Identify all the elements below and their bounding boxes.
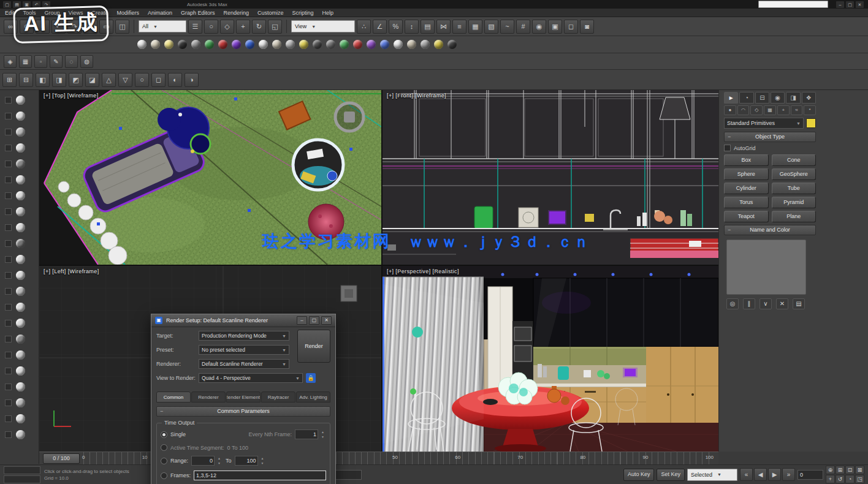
range-radio[interactable] xyxy=(161,458,167,464)
object-type-button[interactable]: Teapot xyxy=(724,211,769,222)
left-panel-item[interactable] xyxy=(0,173,39,186)
dialog-window-button[interactable]: ‒ xyxy=(297,316,307,325)
left-panel-item[interactable] xyxy=(0,268,39,282)
modify-tab[interactable]: ◔ xyxy=(739,92,753,104)
pivot-icon[interactable]: ◻ xyxy=(151,73,166,87)
new-file-icon[interactable]: ▢ xyxy=(3,1,11,8)
select-by-name-icon[interactable]: ☰ xyxy=(188,20,202,34)
hierarchy-tab[interactable]: ⊟ xyxy=(755,92,769,104)
material-sphere-icon[interactable] xyxy=(380,40,389,49)
mirror-icon[interactable]: ⋈ xyxy=(436,20,451,34)
render-production-icon[interactable]: ◙ xyxy=(580,20,594,34)
material-sphere-icon[interactable] xyxy=(394,40,403,49)
left-panel-item[interactable] xyxy=(0,316,39,330)
configure-modifier-sets-icon[interactable]: ▤ xyxy=(793,298,805,309)
display-tab[interactable]: ◨ xyxy=(786,92,800,104)
circle-selection-icon[interactable]: ○ xyxy=(204,20,218,34)
material-sphere-icon[interactable] xyxy=(137,40,147,49)
auto-key-button[interactable]: Auto Key xyxy=(623,469,655,481)
snap-toggle-icon[interactable]: ∴ xyxy=(357,20,371,34)
titlebar-search-input[interactable] xyxy=(758,1,828,8)
renderer-dropdown[interactable]: Default Scanline Renderer▼ xyxy=(199,359,289,369)
frames-input[interactable]: 1,3,5-12 xyxy=(194,471,326,480)
zoom-extents-icon[interactable]: ⊡ xyxy=(845,466,855,474)
spinner-snap-icon[interactable]: ↕ xyxy=(405,20,419,34)
axis-down-icon[interactable]: ▽ xyxy=(118,73,132,87)
autogrid-checkbox[interactable] xyxy=(724,145,731,151)
material-sphere-icon[interactable] xyxy=(178,40,187,49)
crossing-selection-icon[interactable]: ◫ xyxy=(115,20,129,34)
material-sphere-icon[interactable] xyxy=(447,40,457,49)
left-panel-item[interactable] xyxy=(0,396,39,409)
range-to-spinner[interactable]: 100 xyxy=(235,456,258,466)
material-sphere-icon[interactable] xyxy=(299,40,308,49)
menu-item[interactable]: Graph Editors xyxy=(181,10,215,16)
left-panel-item[interactable] xyxy=(0,109,39,123)
material-sphere-icon[interactable] xyxy=(151,40,160,49)
viewport-label[interactable]: [+] [Front] [Wireframe] xyxy=(387,93,446,99)
material-sphere-icon[interactable] xyxy=(353,40,362,49)
menu-item[interactable]: Scripting xyxy=(292,10,314,16)
viewport-perspective[interactable]: [+] [Perspective] [Realistic] xyxy=(383,266,718,452)
object-paint-icon[interactable]: ✎ xyxy=(50,55,63,68)
open-file-icon[interactable]: ▤ xyxy=(13,1,21,8)
menu-item[interactable]: Animation xyxy=(148,10,172,16)
selection-tools-icon[interactable]: ▫ xyxy=(34,55,47,68)
category-icon[interactable]: ◇ xyxy=(750,105,763,115)
name-and-color-rollout[interactable]: Name and Color xyxy=(724,225,816,235)
object-type-button[interactable]: Tube xyxy=(772,183,817,194)
dialog-window-button[interactable]: ✕ xyxy=(321,316,332,325)
rendered-frame-window-icon[interactable]: ◻ xyxy=(564,20,578,34)
dialog-titlebar[interactable]: ▣ Render Setup: Default Scanline Rendere… xyxy=(151,314,335,327)
create-tab[interactable]: ► xyxy=(724,92,738,104)
save-icon[interactable]: ▣ xyxy=(23,1,31,8)
previous-frame-icon[interactable]: ◀ xyxy=(754,468,767,481)
frames-radio[interactable] xyxy=(161,472,167,479)
shade-full-icon[interactable]: ◑ xyxy=(185,73,199,87)
axis-up-icon[interactable]: △ xyxy=(102,73,116,87)
zoom-region-icon[interactable]: ⊠ xyxy=(855,466,864,474)
category-icon[interactable]: * xyxy=(804,105,816,115)
object-type-button[interactable]: Plane xyxy=(772,211,817,222)
orbit-icon[interactable]: ↺ xyxy=(836,475,845,483)
object-type-button[interactable]: Sphere xyxy=(724,168,769,180)
select-and-move-icon[interactable]: + xyxy=(236,20,250,34)
viewport-layout-icon[interactable]: ◍ xyxy=(80,55,93,68)
object-type-button[interactable]: Cylinder xyxy=(724,183,769,194)
utilities-tab[interactable]: ❖ xyxy=(802,92,816,104)
named-selection-sets-icon[interactable]: ▤ xyxy=(421,20,435,34)
material-sphere-icon[interactable] xyxy=(205,40,214,49)
menu-item[interactable]: Customize xyxy=(257,10,284,16)
window-button[interactable]: ‒ xyxy=(836,1,844,8)
left-panel-item[interactable] xyxy=(0,380,39,393)
menu-item[interactable]: Rendering xyxy=(224,10,249,16)
material-sphere-icon[interactable] xyxy=(326,40,335,49)
play-icon[interactable]: ▶ xyxy=(768,468,781,481)
remove-modifier-icon[interactable]: ✕ xyxy=(776,298,788,309)
soft-selection-icon[interactable]: ○ xyxy=(135,73,149,87)
left-panel-item[interactable] xyxy=(0,236,39,250)
nth-frame-spinner[interactable]: 1 xyxy=(295,429,318,439)
material-editor-icon[interactable]: ◉ xyxy=(532,20,546,34)
make-unique-icon[interactable]: ∨ xyxy=(760,298,772,309)
left-panel-item[interactable] xyxy=(0,221,39,234)
reference-coordinate-dropdown[interactable]: View▼ xyxy=(291,20,355,32)
left-panel-item[interactable] xyxy=(0,205,39,218)
category-icon[interactable]: ● xyxy=(724,105,736,115)
category-icon[interactable]: + xyxy=(777,105,790,115)
object-type-button[interactable]: Torus xyxy=(724,197,769,208)
populate-icon[interactable]: ◌ xyxy=(65,55,78,68)
listener-line[interactable] xyxy=(4,466,40,474)
left-panel-item[interactable] xyxy=(0,412,39,425)
left-panel-item[interactable] xyxy=(0,364,39,377)
material-sphere-icon[interactable] xyxy=(232,40,241,49)
set-key-button[interactable]: Set Key xyxy=(657,469,685,481)
left-panel-item[interactable] xyxy=(0,189,39,202)
render-dialog-tab[interactable]: Render Elements xyxy=(226,391,261,403)
material-sphere-icon[interactable] xyxy=(434,40,443,49)
menu-item[interactable]: Modifiers xyxy=(116,10,139,16)
freeform-tools-icon[interactable]: ▦ xyxy=(19,55,32,68)
material-sphere-icon[interactable] xyxy=(272,40,281,49)
zoom-all-icon[interactable]: ⊞ xyxy=(836,466,845,474)
viewport-label[interactable]: [+] [Left] [Wireframe] xyxy=(44,268,99,274)
